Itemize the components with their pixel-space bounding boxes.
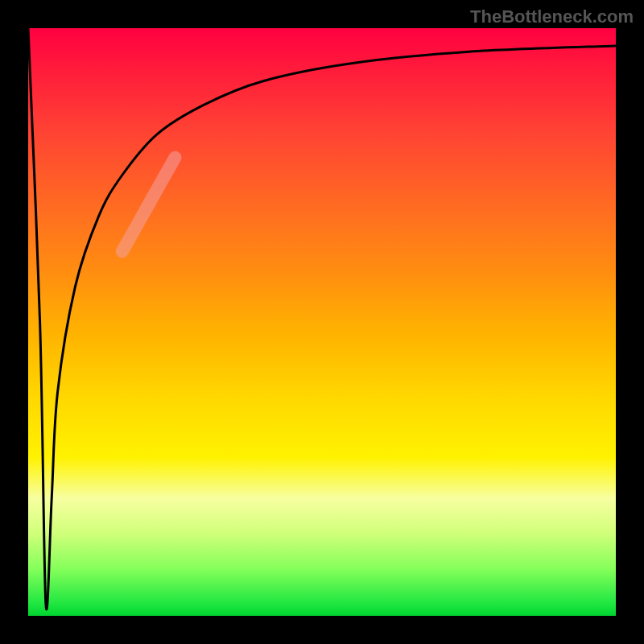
- bottleneck-curve: [28, 28, 616, 609]
- chart-frame: TheBottleneck.com: [0, 0, 644, 644]
- curve-layer: [28, 28, 616, 616]
- plot-area: [28, 28, 616, 616]
- watermark-text: TheBottleneck.com: [470, 6, 634, 27]
- highlight-segment: [122, 158, 175, 252]
